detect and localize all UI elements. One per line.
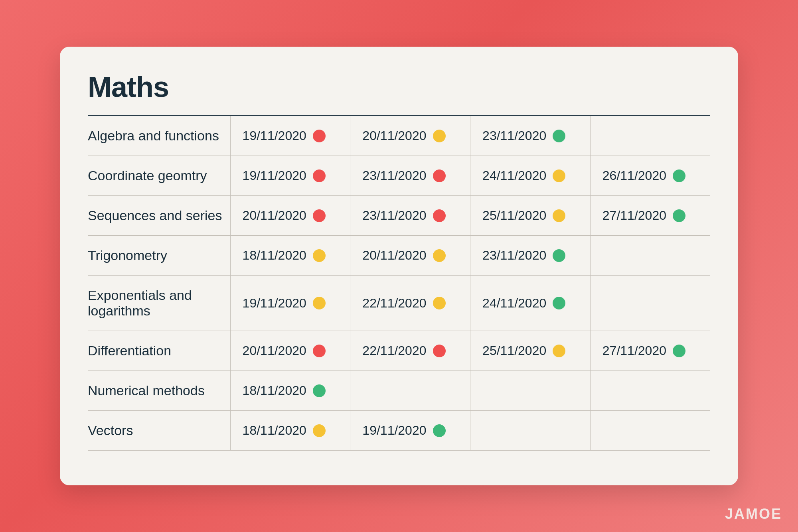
- date-text: 20/11/2020: [362, 248, 426, 263]
- date-cell: 26/11/2020: [590, 156, 710, 196]
- date-cell: [590, 411, 710, 451]
- date-text: 22/11/2020: [362, 296, 426, 311]
- date-cell: 27/11/2020: [590, 331, 710, 371]
- date-text: 25/11/2020: [482, 208, 546, 223]
- red-dot: [433, 209, 446, 222]
- date-cell: 19/11/2020: [230, 276, 350, 331]
- table-row: Differentiation20/11/202022/11/202025/11…: [88, 331, 710, 371]
- yellow-dot: [553, 209, 565, 222]
- date-text: 18/11/2020: [243, 383, 306, 398]
- yellow-dot: [433, 130, 446, 142]
- date-cell: 25/11/2020: [470, 331, 591, 371]
- date-text: 18/11/2020: [243, 248, 306, 263]
- date-cell: 23/11/2020: [470, 236, 591, 276]
- yellow-dot: [433, 297, 446, 309]
- date-cell: 20/11/2020: [350, 236, 470, 276]
- date-cell: 22/11/2020: [350, 331, 470, 371]
- topic-cell: Exponentials and logarithms: [88, 276, 230, 331]
- date-cell: 27/11/2020: [590, 196, 710, 236]
- date-text: 23/11/2020: [362, 168, 426, 183]
- green-dot: [673, 169, 685, 182]
- date-cell: [350, 371, 470, 411]
- date-text: 24/11/2020: [482, 296, 546, 311]
- date-text: 26/11/2020: [602, 168, 666, 183]
- red-dot: [313, 169, 326, 182]
- yellow-dot: [553, 169, 565, 182]
- date-cell: [470, 411, 591, 451]
- yellow-dot: [313, 297, 326, 309]
- date-cell: [590, 276, 710, 331]
- date-cell: 20/11/2020: [230, 196, 350, 236]
- table-row: Algebra and functions19/11/202020/11/202…: [88, 116, 710, 156]
- topic-cell: Trigonometry: [88, 236, 230, 276]
- date-cell: [590, 116, 710, 156]
- date-text: 20/11/2020: [362, 128, 426, 143]
- date-text: 27/11/2020: [602, 208, 666, 223]
- date-text: 19/11/2020: [243, 296, 306, 311]
- date-cell: [590, 371, 710, 411]
- yellow-dot: [313, 249, 326, 262]
- date-cell: 18/11/2020: [230, 411, 350, 451]
- topic-cell: Sequences and series: [88, 196, 230, 236]
- green-dot: [553, 297, 565, 309]
- table-row: Vectors18/11/202019/11/2020: [88, 411, 710, 451]
- date-cell: 19/11/2020: [350, 411, 470, 451]
- date-cell: 20/11/2020: [230, 331, 350, 371]
- topic-cell: Vectors: [88, 411, 230, 451]
- date-text: 19/11/2020: [362, 423, 426, 438]
- date-cell: 23/11/2020: [350, 156, 470, 196]
- green-dot: [553, 130, 565, 142]
- green-dot: [553, 249, 565, 262]
- table-row: Exponentials and logarithms19/11/202022/…: [88, 276, 710, 331]
- date-cell: 24/11/2020: [470, 276, 591, 331]
- date-text: 23/11/2020: [482, 248, 546, 263]
- date-cell: 19/11/2020: [230, 156, 350, 196]
- date-text: 23/11/2020: [362, 208, 426, 223]
- topic-cell: Coordinate geomtry: [88, 156, 230, 196]
- red-dot: [313, 130, 326, 142]
- red-dot: [433, 345, 446, 357]
- date-cell: [590, 236, 710, 276]
- date-cell: 23/11/2020: [470, 116, 591, 156]
- green-dot: [673, 209, 685, 222]
- green-dot: [313, 384, 326, 397]
- date-cell: 25/11/2020: [470, 196, 591, 236]
- date-text: 19/11/2020: [243, 168, 306, 183]
- date-cell: [470, 371, 591, 411]
- yellow-dot: [553, 345, 565, 357]
- date-text: 20/11/2020: [243, 343, 306, 358]
- table-row: Sequences and series20/11/202023/11/2020…: [88, 196, 710, 236]
- red-dot: [433, 169, 446, 182]
- green-dot: [673, 345, 685, 357]
- table-row: Coordinate geomtry19/11/202023/11/202024…: [88, 156, 710, 196]
- date-cell: 23/11/2020: [350, 196, 470, 236]
- date-cell: 18/11/2020: [230, 236, 350, 276]
- main-card: Maths Algebra and functions19/11/202020/…: [60, 47, 738, 485]
- jamoe-logo: JAMOE: [725, 506, 782, 522]
- date-cell: 19/11/2020: [230, 116, 350, 156]
- topic-cell: Numerical methods: [88, 371, 230, 411]
- data-table: Algebra and functions19/11/202020/11/202…: [88, 115, 710, 451]
- date-cell: 24/11/2020: [470, 156, 591, 196]
- table-row: Numerical methods18/11/2020: [88, 371, 710, 411]
- date-text: 24/11/2020: [482, 168, 546, 183]
- topic-cell: Differentiation: [88, 331, 230, 371]
- red-dot: [313, 209, 326, 222]
- date-cell: 18/11/2020: [230, 371, 350, 411]
- date-text: 25/11/2020: [482, 343, 546, 358]
- topic-cell: Algebra and functions: [88, 116, 230, 156]
- date-text: 20/11/2020: [243, 208, 306, 223]
- page-title: Maths: [88, 71, 710, 103]
- date-text: 27/11/2020: [602, 343, 666, 358]
- yellow-dot: [313, 424, 326, 437]
- date-text: 22/11/2020: [362, 343, 426, 358]
- table-row: Trigonometry18/11/202020/11/202023/11/20…: [88, 236, 710, 276]
- green-dot: [433, 424, 446, 437]
- yellow-dot: [433, 249, 446, 262]
- date-text: 23/11/2020: [482, 128, 546, 143]
- red-dot: [313, 345, 326, 357]
- date-text: 18/11/2020: [243, 423, 306, 438]
- date-text: 19/11/2020: [243, 128, 306, 143]
- date-cell: 22/11/2020: [350, 276, 470, 331]
- date-cell: 20/11/2020: [350, 116, 470, 156]
